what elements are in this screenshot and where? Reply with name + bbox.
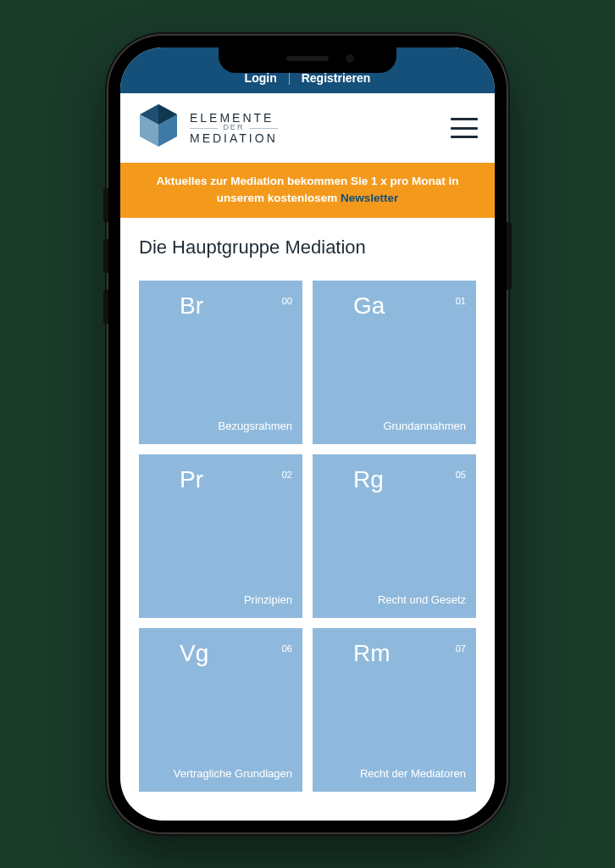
tile-number: 01 bbox=[456, 292, 466, 306]
newsletter-link[interactable]: Newsletter bbox=[341, 192, 398, 204]
tile-symbol: Rg bbox=[323, 466, 384, 493]
tile-grid: Br 00 Bezugsrahmen Ga 01 Grundannahmen bbox=[139, 281, 476, 792]
brand-logo[interactable]: ELEMENTE DER MEDIATION bbox=[137, 103, 278, 153]
tile-symbol: Rm bbox=[323, 640, 391, 667]
tile-label: Vertragliche Grundla­gen bbox=[149, 767, 292, 781]
tile-label: Prinzipien bbox=[149, 593, 292, 607]
phone-frame: Login Registrieren bbox=[108, 36, 507, 832]
tile-number: 06 bbox=[282, 640, 292, 654]
brand-bar: ELEMENTE DER MEDIATION bbox=[120, 93, 495, 163]
tile-number: 07 bbox=[456, 640, 466, 654]
tile-symbol: Pr bbox=[149, 466, 203, 493]
page-title: Die Hauptgruppe Mediation bbox=[139, 236, 476, 259]
brand-line1: ELEMENTE bbox=[190, 112, 278, 125]
phone-screen: Login Registrieren bbox=[120, 47, 495, 821]
tile-label: Recht und Gesetz bbox=[323, 593, 466, 607]
tile-label: Grundannahmen bbox=[323, 420, 466, 433]
brand-wordmark: ELEMENTE DER MEDIATION bbox=[190, 112, 278, 145]
brand-line2: MEDIATION bbox=[190, 132, 278, 145]
tile-label: Recht der Mediatoren bbox=[323, 767, 466, 781]
login-link[interactable]: Login bbox=[233, 71, 289, 85]
tile-symbol: Br bbox=[149, 292, 203, 320]
tile-ga[interactable]: Ga 01 Grundannahmen bbox=[313, 281, 476, 444]
tile-symbol: Vg bbox=[149, 640, 208, 667]
tile-number: 05 bbox=[456, 466, 466, 480]
app-root: Login Registrieren bbox=[120, 47, 495, 821]
banner-text: Aktuelles zur Mediation bekommen Sie 1 x… bbox=[156, 175, 458, 204]
tile-rg[interactable]: Rg 05 Recht und Gesetz bbox=[313, 454, 476, 618]
tile-vg[interactable]: Vg 06 Vertragliche Grundla­gen bbox=[139, 628, 302, 792]
tile-symbol: Ga bbox=[323, 292, 385, 320]
tile-number: 00 bbox=[282, 292, 292, 306]
phone-notch bbox=[219, 47, 396, 73]
register-link[interactable]: Registrieren bbox=[290, 71, 383, 85]
cube-logo-icon bbox=[137, 103, 180, 153]
tile-br[interactable]: Br 00 Bezugsrahmen bbox=[139, 281, 302, 444]
menu-icon[interactable] bbox=[451, 118, 478, 138]
tile-number: 02 bbox=[282, 466, 292, 480]
main-content: Die Hauptgruppe Mediation Br 00 Bezugsra… bbox=[120, 218, 495, 821]
newsletter-banner: Aktuelles zur Mediation bekommen Sie 1 x… bbox=[120, 163, 495, 218]
tile-label: Bezugsrahmen bbox=[149, 420, 292, 433]
tile-rm[interactable]: Rm 07 Recht der Mediatoren bbox=[313, 628, 476, 792]
tile-pr[interactable]: Pr 02 Prinzipien bbox=[139, 454, 302, 618]
